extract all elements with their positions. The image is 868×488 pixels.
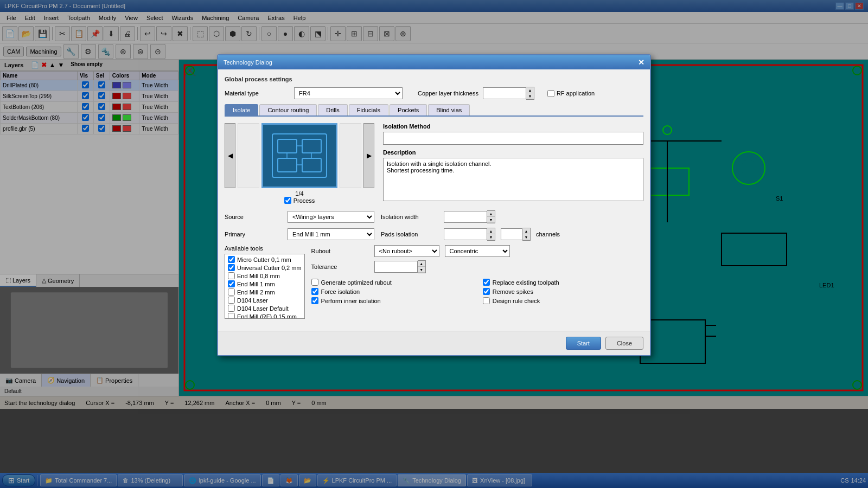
tool-label: End Mill (RF) 0,15 mm — [237, 313, 297, 319]
carousel-next-btn[interactable]: ▶ — [363, 123, 374, 188]
tab-contour[interactable]: Contour routing — [259, 104, 317, 115]
tool-label: End Mill 0,8 mm — [237, 273, 280, 279]
pads-isolation-input[interactable]: 0,05 mm ▲ ▼ — [444, 228, 495, 241]
dialog-close-button[interactable]: ✕ — [638, 58, 644, 67]
dialog-overlay: Technology Dialog ✕ Global process setti… — [0, 0, 868, 488]
tool-item[interactable]: D104 Laser — [226, 296, 303, 304]
checkbox-row: Remove spikes — [483, 288, 643, 295]
isolation-width-input[interactable]: 1 mm ▲ ▼ — [444, 210, 495, 223]
tab-blind-vias[interactable]: Blind vias — [428, 104, 470, 115]
checkbox-input[interactable] — [483, 297, 490, 304]
checkbox-input[interactable] — [311, 288, 318, 295]
dialog-tabs: Isolate Contour routing Drills Fiducials… — [225, 104, 643, 117]
tool-label: D104 Laser — [237, 297, 268, 304]
tool-item[interactable]: End Mill (RF) 0,15 mm — [226, 312, 303, 319]
tool-checkbox[interactable] — [228, 297, 235, 304]
available-tools-label: Available tools — [225, 245, 305, 252]
tolerance-field[interactable]: 0,002 mm — [374, 261, 418, 273]
tool-checkbox[interactable] — [228, 313, 235, 319]
checkbox-input[interactable] — [483, 288, 490, 295]
isolation-width-label: Isolation width — [381, 214, 441, 220]
pc-down[interactable]: ▼ — [522, 234, 530, 240]
pads-channels-field[interactable]: 0 — [501, 228, 522, 240]
tools-rubout-row: Available tools Micro Cutter 0,1 mm Univ… — [225, 245, 643, 319]
tolerance-spinner[interactable]: ▲ ▼ — [418, 260, 426, 273]
isolation-width-spinner[interactable]: ▲ ▼ — [487, 210, 495, 223]
rf-application-checkbox[interactable] — [547, 90, 554, 97]
primary-pads-row: Primary End Mill 1 mm Pads isolation 0,0… — [225, 228, 643, 241]
tab-pockets[interactable]: Pockets — [390, 104, 427, 115]
checkbox-label: Replace existing toolpath — [493, 279, 559, 286]
tools-list[interactable]: Micro Cutter 0,1 mm Universal Cutter 0,2… — [225, 254, 305, 319]
pads-isolation-spinner[interactable]: ▲ ▼ — [487, 228, 495, 241]
isolation-method-input[interactable]: Basic — [383, 132, 643, 145]
pads-channels-spinner[interactable]: ▲ ▼ — [522, 228, 531, 241]
tool-label: Micro Cutter 0,1 mm — [237, 256, 291, 263]
process-checkbox[interactable] — [284, 197, 291, 204]
tool-checkbox[interactable] — [228, 256, 235, 263]
tool-item[interactable]: End Mill 0,8 mm — [226, 272, 303, 280]
carousel-position-text: 1/4 — [225, 190, 374, 197]
tool-label: D104 Laser Default — [237, 305, 289, 312]
iw-up[interactable]: ▲ — [487, 211, 495, 217]
start-button[interactable]: Start — [566, 337, 601, 350]
copper-thickness-spinner[interactable]: ▲ ▼ — [526, 87, 534, 100]
tool-checkbox[interactable] — [228, 305, 235, 312]
pc-up[interactable]: ▲ — [522, 228, 530, 234]
rubout-type-select[interactable]: Concentric — [445, 245, 510, 257]
copper-up-btn[interactable]: ▲ — [526, 87, 534, 93]
tab-fiducials[interactable]: Fiducials — [349, 104, 388, 115]
material-type-select[interactable]: FR4 — [294, 87, 403, 99]
tolerance-input[interactable]: 0,002 mm ▲ ▼ — [374, 260, 426, 273]
copper-down-btn[interactable]: ▼ — [526, 93, 534, 99]
tool-item[interactable]: Micro Cutter 0,1 mm — [226, 255, 303, 264]
channels-label: channels — [536, 231, 560, 237]
tool-item[interactable]: End Mill 2 mm — [226, 288, 303, 296]
description-area[interactable]: Isolation with a single isolation channe… — [383, 158, 643, 201]
tab-isolate[interactable]: Isolate — [225, 104, 258, 115]
rubout-select[interactable]: <No rubout> — [374, 245, 439, 257]
checkbox-input[interactable] — [311, 297, 318, 304]
dialog-title-bar[interactable]: Technology Dialog ✕ — [218, 55, 650, 69]
rubout-label: Rubout — [311, 248, 371, 254]
tool-checkbox[interactable] — [228, 280, 235, 287]
source-primary-row: Source <Wiring> layers Isolation width 1… — [225, 210, 643, 223]
tol-up[interactable]: ▲ — [418, 261, 425, 267]
isolation-right: Isolation Method Basic Description Isola… — [383, 123, 643, 204]
pads-channels-input[interactable]: 0 ▲ ▼ — [501, 228, 531, 241]
tolerance-label: Tolerance — [311, 264, 371, 270]
close-button[interactable]: Close — [605, 337, 643, 350]
isolation-method-label: Isolation Method — [383, 123, 643, 130]
pads-isolation-field[interactable]: 0,05 mm — [444, 228, 487, 240]
primary-select[interactable]: End Mill 1 mm — [288, 228, 374, 240]
pi-up[interactable]: ▲ — [487, 228, 495, 234]
image-carousel-area: ◀ — [225, 123, 374, 204]
material-type-label: Material type — [225, 90, 290, 97]
copper-thickness-input[interactable]: 18 µm ▲ ▼ — [483, 87, 534, 100]
checkbox-input[interactable] — [311, 279, 318, 286]
isolation-width-field[interactable]: 1 mm — [444, 211, 487, 223]
checkbox-row: Perform inner isolation — [311, 297, 472, 304]
rf-application-row: RF application — [547, 90, 595, 97]
copper-thickness-field[interactable]: 18 µm — [483, 87, 526, 99]
tool-item[interactable]: D104 Laser Default — [226, 304, 303, 312]
tools-col: Available tools Micro Cutter 0,1 mm Univ… — [225, 245, 305, 319]
tab-drills[interactable]: Drills — [318, 104, 347, 115]
tool-label: End Mill 2 mm — [237, 289, 275, 296]
tool-item[interactable]: Universal Cutter 0,2 mm — [226, 264, 303, 272]
pi-down[interactable]: ▼ — [487, 234, 495, 240]
tol-down[interactable]: ▼ — [418, 267, 425, 273]
tool-item[interactable]: End Mill 1 mm — [226, 280, 303, 288]
tool-checkbox[interactable] — [228, 264, 235, 271]
carousel-prev-btn[interactable]: ◀ — [225, 123, 235, 188]
iw-down[interactable]: ▼ — [487, 217, 495, 223]
tool-checkbox[interactable] — [228, 288, 235, 296]
carousel-side-left — [238, 123, 259, 188]
checkbox-row: Design rule check — [483, 297, 643, 304]
global-settings-section: Global process settings Material type FR… — [225, 76, 643, 100]
isolation-width-row: Isolation width 1 mm ▲ ▼ — [381, 210, 495, 223]
source-select[interactable]: <Wiring> layers — [288, 211, 374, 223]
tool-checkbox[interactable] — [228, 272, 235, 279]
checkbox-input[interactable] — [483, 279, 490, 286]
copper-thickness-label: Copper layer thickness — [418, 90, 478, 97]
